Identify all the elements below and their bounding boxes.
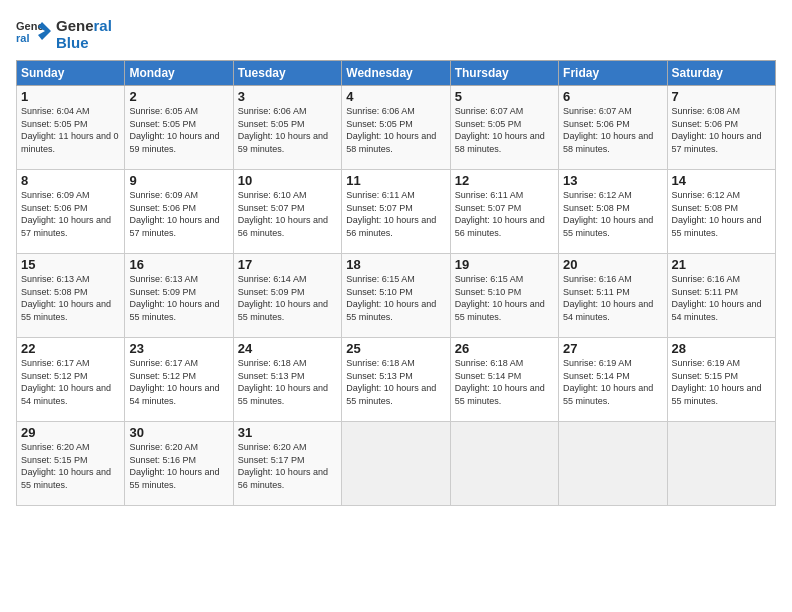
- calendar-cell: 24Sunrise: 6:18 AMSunset: 5:13 PMDayligh…: [233, 338, 341, 422]
- calendar-cell: 11Sunrise: 6:11 AMSunset: 5:07 PMDayligh…: [342, 170, 450, 254]
- day-info: Sunrise: 6:19 AMSunset: 5:15 PMDaylight:…: [672, 358, 762, 406]
- day-number: 19: [455, 257, 554, 272]
- day-number: 9: [129, 173, 228, 188]
- day-number: 28: [672, 341, 771, 356]
- calendar-cell: 31Sunrise: 6:20 AMSunset: 5:17 PMDayligh…: [233, 422, 341, 506]
- day-info: Sunrise: 6:08 AMSunset: 5:06 PMDaylight:…: [672, 106, 762, 154]
- calendar-cell: 13Sunrise: 6:12 AMSunset: 5:08 PMDayligh…: [559, 170, 667, 254]
- calendar-cell: 26Sunrise: 6:18 AMSunset: 5:14 PMDayligh…: [450, 338, 558, 422]
- day-number: 21: [672, 257, 771, 272]
- day-number: 22: [21, 341, 120, 356]
- week-row-5: 29Sunrise: 6:20 AMSunset: 5:15 PMDayligh…: [17, 422, 776, 506]
- calendar-cell: 21Sunrise: 6:16 AMSunset: 5:11 PMDayligh…: [667, 254, 775, 338]
- day-number: 30: [129, 425, 228, 440]
- day-info: Sunrise: 6:15 AMSunset: 5:10 PMDaylight:…: [455, 274, 545, 322]
- day-info: Sunrise: 6:13 AMSunset: 5:08 PMDaylight:…: [21, 274, 111, 322]
- col-header-thursday: Thursday: [450, 61, 558, 86]
- calendar-cell: 10Sunrise: 6:10 AMSunset: 5:07 PMDayligh…: [233, 170, 341, 254]
- day-info: Sunrise: 6:09 AMSunset: 5:06 PMDaylight:…: [21, 190, 111, 238]
- day-number: 20: [563, 257, 662, 272]
- calendar-cell: 9Sunrise: 6:09 AMSunset: 5:06 PMDaylight…: [125, 170, 233, 254]
- week-row-1: 1Sunrise: 6:04 AMSunset: 5:05 PMDaylight…: [17, 86, 776, 170]
- calendar-cell: 25Sunrise: 6:18 AMSunset: 5:13 PMDayligh…: [342, 338, 450, 422]
- calendar-cell: 6Sunrise: 6:07 AMSunset: 5:06 PMDaylight…: [559, 86, 667, 170]
- col-header-sunday: Sunday: [17, 61, 125, 86]
- day-info: Sunrise: 6:19 AMSunset: 5:14 PMDaylight:…: [563, 358, 653, 406]
- calendar-cell: [450, 422, 558, 506]
- col-header-wednesday: Wednesday: [342, 61, 450, 86]
- day-info: Sunrise: 6:10 AMSunset: 5:07 PMDaylight:…: [238, 190, 328, 238]
- logo-blue2: Blue: [56, 34, 89, 51]
- day-info: Sunrise: 6:05 AMSunset: 5:05 PMDaylight:…: [129, 106, 219, 154]
- calendar-cell: 17Sunrise: 6:14 AMSunset: 5:09 PMDayligh…: [233, 254, 341, 338]
- col-header-friday: Friday: [559, 61, 667, 86]
- day-info: Sunrise: 6:06 AMSunset: 5:05 PMDaylight:…: [346, 106, 436, 154]
- calendar-cell: 28Sunrise: 6:19 AMSunset: 5:15 PMDayligh…: [667, 338, 775, 422]
- calendar-cell: 3Sunrise: 6:06 AMSunset: 5:05 PMDaylight…: [233, 86, 341, 170]
- logo-text: General Blue: [56, 17, 112, 52]
- day-number: 15: [21, 257, 120, 272]
- calendar-cell: 29Sunrise: 6:20 AMSunset: 5:15 PMDayligh…: [17, 422, 125, 506]
- day-info: Sunrise: 6:20 AMSunset: 5:16 PMDaylight:…: [129, 442, 219, 490]
- day-info: Sunrise: 6:06 AMSunset: 5:05 PMDaylight:…: [238, 106, 328, 154]
- logo-general: Gene: [56, 17, 94, 34]
- day-number: 4: [346, 89, 445, 104]
- day-info: Sunrise: 6:09 AMSunset: 5:06 PMDaylight:…: [129, 190, 219, 238]
- day-info: Sunrise: 6:17 AMSunset: 5:12 PMDaylight:…: [129, 358, 219, 406]
- col-header-monday: Monday: [125, 61, 233, 86]
- calendar-cell: [342, 422, 450, 506]
- calendar-cell: 18Sunrise: 6:15 AMSunset: 5:10 PMDayligh…: [342, 254, 450, 338]
- calendar-cell: 12Sunrise: 6:11 AMSunset: 5:07 PMDayligh…: [450, 170, 558, 254]
- day-info: Sunrise: 6:18 AMSunset: 5:13 PMDaylight:…: [346, 358, 436, 406]
- day-info: Sunrise: 6:12 AMSunset: 5:08 PMDaylight:…: [563, 190, 653, 238]
- day-number: 25: [346, 341, 445, 356]
- day-number: 26: [455, 341, 554, 356]
- day-info: Sunrise: 6:18 AMSunset: 5:13 PMDaylight:…: [238, 358, 328, 406]
- calendar-cell: 15Sunrise: 6:13 AMSunset: 5:08 PMDayligh…: [17, 254, 125, 338]
- day-number: 2: [129, 89, 228, 104]
- day-info: Sunrise: 6:18 AMSunset: 5:14 PMDaylight:…: [455, 358, 545, 406]
- day-number: 11: [346, 173, 445, 188]
- day-number: 10: [238, 173, 337, 188]
- day-number: 6: [563, 89, 662, 104]
- day-info: Sunrise: 6:07 AMSunset: 5:06 PMDaylight:…: [563, 106, 653, 154]
- day-number: 29: [21, 425, 120, 440]
- day-number: 16: [129, 257, 228, 272]
- svg-text:ral: ral: [16, 32, 29, 44]
- day-number: 14: [672, 173, 771, 188]
- day-number: 18: [346, 257, 445, 272]
- col-header-tuesday: Tuesday: [233, 61, 341, 86]
- day-info: Sunrise: 6:17 AMSunset: 5:12 PMDaylight:…: [21, 358, 111, 406]
- day-number: 23: [129, 341, 228, 356]
- day-info: Sunrise: 6:14 AMSunset: 5:09 PMDaylight:…: [238, 274, 328, 322]
- day-number: 12: [455, 173, 554, 188]
- calendar-cell: 23Sunrise: 6:17 AMSunset: 5:12 PMDayligh…: [125, 338, 233, 422]
- week-row-4: 22Sunrise: 6:17 AMSunset: 5:12 PMDayligh…: [17, 338, 776, 422]
- day-info: Sunrise: 6:04 AMSunset: 5:05 PMDaylight:…: [21, 106, 119, 154]
- calendar-cell: 8Sunrise: 6:09 AMSunset: 5:06 PMDaylight…: [17, 170, 125, 254]
- calendar-cell: 19Sunrise: 6:15 AMSunset: 5:10 PMDayligh…: [450, 254, 558, 338]
- calendar-table: SundayMondayTuesdayWednesdayThursdayFrid…: [16, 60, 776, 506]
- day-number: 24: [238, 341, 337, 356]
- day-info: Sunrise: 6:11 AMSunset: 5:07 PMDaylight:…: [346, 190, 436, 238]
- calendar-cell: 4Sunrise: 6:06 AMSunset: 5:05 PMDaylight…: [342, 86, 450, 170]
- day-info: Sunrise: 6:16 AMSunset: 5:11 PMDaylight:…: [563, 274, 653, 322]
- day-info: Sunrise: 6:20 AMSunset: 5:15 PMDaylight:…: [21, 442, 111, 490]
- logo: Gene ral General Blue: [16, 16, 112, 52]
- calendar-cell: 2Sunrise: 6:05 AMSunset: 5:05 PMDaylight…: [125, 86, 233, 170]
- calendar-cell: 22Sunrise: 6:17 AMSunset: 5:12 PMDayligh…: [17, 338, 125, 422]
- day-info: Sunrise: 6:07 AMSunset: 5:05 PMDaylight:…: [455, 106, 545, 154]
- header-row: SundayMondayTuesdayWednesdayThursdayFrid…: [17, 61, 776, 86]
- calendar-cell: [559, 422, 667, 506]
- day-info: Sunrise: 6:15 AMSunset: 5:10 PMDaylight:…: [346, 274, 436, 322]
- day-info: Sunrise: 6:13 AMSunset: 5:09 PMDaylight:…: [129, 274, 219, 322]
- logo-blue: ral: [94, 17, 112, 34]
- calendar-cell: 30Sunrise: 6:20 AMSunset: 5:16 PMDayligh…: [125, 422, 233, 506]
- week-row-2: 8Sunrise: 6:09 AMSunset: 5:06 PMDaylight…: [17, 170, 776, 254]
- day-info: Sunrise: 6:20 AMSunset: 5:17 PMDaylight:…: [238, 442, 328, 490]
- day-number: 8: [21, 173, 120, 188]
- day-number: 5: [455, 89, 554, 104]
- day-info: Sunrise: 6:12 AMSunset: 5:08 PMDaylight:…: [672, 190, 762, 238]
- header: Gene ral General Blue: [16, 16, 776, 52]
- day-info: Sunrise: 6:16 AMSunset: 5:11 PMDaylight:…: [672, 274, 762, 322]
